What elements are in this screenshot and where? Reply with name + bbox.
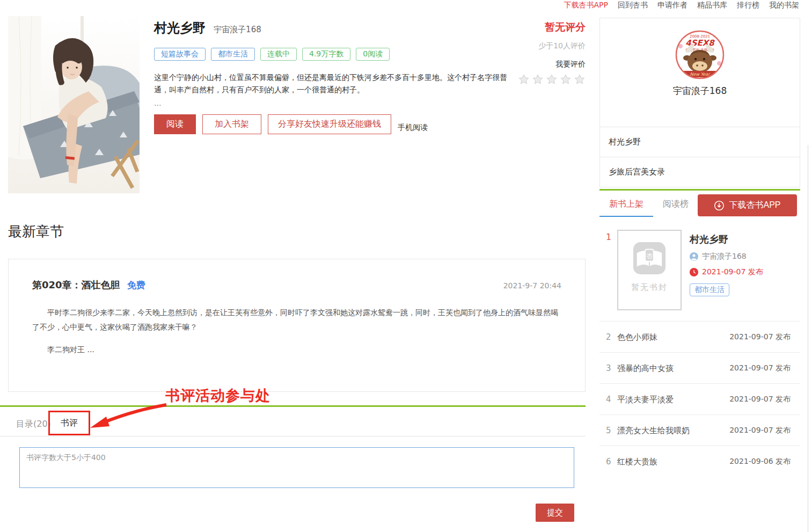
tab-review[interactable]: 书评 bbox=[61, 418, 78, 429]
author-avatar-cell: 2008-2021 4SEX8 杏吧有你 杏福相伴 New Year 宇宙浪子1… bbox=[600, 29, 800, 127]
description-ellipsis: ... bbox=[154, 99, 519, 107]
download-app-label: 下载杏书APP bbox=[729, 200, 780, 211]
latest-chapter-card: 第020章：酒壮色胆 免费 2021-9-7 20:44 平时李二狗很少来李二家… bbox=[8, 259, 586, 392]
page-edge-line bbox=[808, 145, 808, 532]
featured-book-cover[interactable]: 杏 暂无书封 bbox=[617, 230, 682, 310]
svg-text:New Year: New Year bbox=[690, 72, 711, 77]
list-item-title[interactable]: 平淡夫妻平淡爱 bbox=[617, 394, 674, 404]
mobile-read-link[interactable]: 手机阅读 bbox=[398, 123, 428, 134]
svg-text:杏: 杏 bbox=[646, 252, 653, 260]
annotation-highlight-box: 书评 bbox=[48, 411, 90, 435]
arrow-annotation-icon bbox=[86, 398, 169, 431]
list-item-date: 2021-09-07 发布 bbox=[729, 426, 791, 435]
chapter-datetime: 2021-9-7 20:44 bbox=[503, 281, 561, 290]
sidebar-author-name[interactable]: 宇宙浪子168 bbox=[600, 85, 800, 97]
tag-wordcount: 4.9万字数 bbox=[302, 48, 350, 61]
tag-status: 连载中 bbox=[260, 48, 297, 61]
featured-book-tag[interactable]: 都市生活 bbox=[690, 283, 729, 296]
chapter-excerpt-2: 李二狗对王 ... bbox=[32, 342, 561, 357]
list-item-date: 2021-09-07 发布 bbox=[729, 363, 791, 373]
book-actions: 阅读 加入书架 分享好友快速升级还能赚钱 手机阅读 bbox=[154, 114, 519, 134]
new-books-list: 2 色色小师妹 2021-09-07 发布 3 强暴的高中女孩 2021-09-… bbox=[599, 321, 800, 477]
tag-reads: 0阅读 bbox=[356, 48, 390, 61]
nav-back-home[interactable]: 回到杏书 bbox=[618, 1, 648, 10]
featured-book-info: 村光乡野 宇宙浪子168 2021-09-07 发布 都市生活 bbox=[690, 233, 763, 296]
sidebar-tabbar: 新书上架 阅读榜 下载杏书APP bbox=[599, 191, 800, 217]
add-to-shelf-button[interactable]: 加入书架 bbox=[202, 114, 261, 134]
tag-category[interactable]: 短篇故事会 bbox=[154, 48, 206, 61]
featured-book-date: 2021-09-07 发布 bbox=[702, 267, 763, 277]
list-item-title[interactable]: 强暴的高中女孩 bbox=[617, 363, 674, 373]
rating-stars[interactable] bbox=[478, 74, 586, 85]
rating-block: 暂无评分 少于10人评价 我要评价 bbox=[478, 20, 586, 85]
book-tags: 短篇故事会 都市生活 连载中 4.9万字数 0阅读 bbox=[154, 48, 519, 61]
person-icon bbox=[690, 252, 698, 261]
list-item-title[interactable]: 漂亮女大生给我喂奶 bbox=[617, 425, 690, 435]
nav-apply-author[interactable]: 申请作者 bbox=[657, 1, 687, 10]
list-item[interactable]: 6 红楼大贵族 2021-09-06 发布 bbox=[599, 446, 800, 477]
cover-photo-illustration bbox=[8, 16, 140, 193]
rank-badge: 2 bbox=[606, 332, 611, 342]
download-icon bbox=[714, 200, 725, 211]
download-app-button[interactable]: 下载杏书APP bbox=[698, 194, 797, 216]
rank-badge: 5 bbox=[606, 426, 611, 435]
few-raters-label: 少于10人评价 bbox=[478, 41, 586, 51]
list-item-title[interactable]: 红楼大贵族 bbox=[617, 456, 657, 467]
nav-my-shelf[interactable]: 我的书架 bbox=[769, 1, 799, 10]
book-title: 村光乡野 bbox=[154, 20, 206, 35]
annotation-label: 书评活动参与处 bbox=[165, 386, 270, 405]
chapter-title-row: 第020章：酒壮色胆 免费 bbox=[32, 279, 145, 291]
book-logo-icon: 杏 bbox=[633, 242, 666, 275]
rank-badge: 3 bbox=[606, 363, 611, 373]
rate-link[interactable]: 我要评价 bbox=[478, 60, 586, 69]
tab-reading-rank[interactable]: 阅读榜 bbox=[663, 199, 689, 210]
nav-download-app[interactable]: 下载杏书APP bbox=[564, 1, 608, 10]
chapter-excerpt-1: 平时李二狗很少来李二家，今天晚上忽然到访，是在让王芙有些意外，同时吓了李文强和她… bbox=[32, 305, 561, 334]
free-label[interactable]: 免费 bbox=[127, 280, 145, 290]
tab-new-books[interactable]: 新书上架 bbox=[609, 199, 643, 210]
list-item-date: 2021-09-07 发布 bbox=[729, 395, 791, 404]
book-info: 村光乡野 宇宙浪子168 短篇故事会 都市生活 连载中 4.9万字数 0阅读 这… bbox=[154, 19, 519, 134]
book-cover-photo bbox=[8, 16, 140, 193]
book-description: 这里个宁静的小山村，位置虽不算最偏僻，但还是离最近的下铁河乡差不多百十多里地。这… bbox=[154, 71, 508, 96]
tag-genre[interactable]: 都市生活 bbox=[211, 48, 255, 61]
no-cover-label: 暂无书封 bbox=[618, 282, 681, 293]
tab-catalog[interactable]: 目录(20) bbox=[16, 419, 51, 430]
featured-book-item: 1 杏 暂无书封 村光乡野 宇宙浪子168 2021-09-07 发布 bbox=[599, 225, 800, 321]
nav-ranking[interactable]: 排行榜 bbox=[737, 1, 759, 10]
star-icon[interactable] bbox=[546, 74, 558, 85]
list-item-date: 2021-09-06 发布 bbox=[729, 457, 791, 467]
featured-book-title[interactable]: 村光乡野 bbox=[690, 233, 763, 246]
chapter-title[interactable]: 第020章：酒壮色胆 bbox=[32, 279, 120, 290]
star-icon[interactable] bbox=[574, 74, 586, 85]
clock-icon bbox=[690, 268, 698, 276]
list-item-date: 2021-09-07 发布 bbox=[729, 332, 791, 342]
no-score-label: 暂无评分 bbox=[478, 20, 586, 34]
top-navigation: 下载杏书APP 回到杏书 申请作者 精品书库 排行榜 我的书架 bbox=[564, 1, 799, 10]
list-item[interactable]: 3 强暴的高中女孩 2021-09-07 发布 bbox=[599, 352, 800, 383]
list-item[interactable]: 2 色色小师妹 2021-09-07 发布 bbox=[599, 321, 800, 352]
read-button[interactable]: 阅读 bbox=[154, 114, 196, 134]
latest-chapters-heading: 最新章节 bbox=[8, 222, 64, 241]
rank-badge: 1 bbox=[606, 232, 611, 242]
star-icon[interactable] bbox=[532, 74, 544, 85]
author-avatar[interactable]: 2008-2021 4SEX8 杏吧有你 杏福相伴 New Year bbox=[674, 29, 726, 81]
author-card: 2008-2021 4SEX8 杏吧有你 杏福相伴 New Year 宇宙浪子1… bbox=[599, 18, 800, 187]
list-item[interactable]: 5 漂亮女大生给我喂奶 2021-09-07 发布 bbox=[599, 414, 800, 446]
list-item[interactable]: 4 平淡夫妻平淡爱 2021-09-07 发布 bbox=[599, 383, 800, 414]
star-icon[interactable] bbox=[560, 74, 572, 85]
active-tab-underline bbox=[599, 216, 653, 217]
nav-premium-library[interactable]: 精品书库 bbox=[697, 1, 727, 10]
featured-book-author[interactable]: 宇宙浪子168 bbox=[702, 252, 747, 261]
review-input[interactable] bbox=[19, 447, 574, 488]
author-book-item[interactable]: 村光乡野 bbox=[600, 127, 800, 157]
share-button[interactable]: 分享好友快速升级还能赚钱 bbox=[268, 114, 391, 134]
book-author[interactable]: 宇宙浪子168 bbox=[214, 25, 261, 34]
rank-badge: 4 bbox=[606, 395, 611, 404]
rank-badge: 6 bbox=[606, 457, 611, 467]
list-item-title[interactable]: 色色小师妹 bbox=[617, 332, 657, 342]
submit-review-button[interactable]: 提交 bbox=[536, 504, 574, 522]
author-book-item[interactable]: 乡旅后宫美女录 bbox=[600, 157, 800, 187]
star-icon[interactable] bbox=[518, 74, 530, 85]
